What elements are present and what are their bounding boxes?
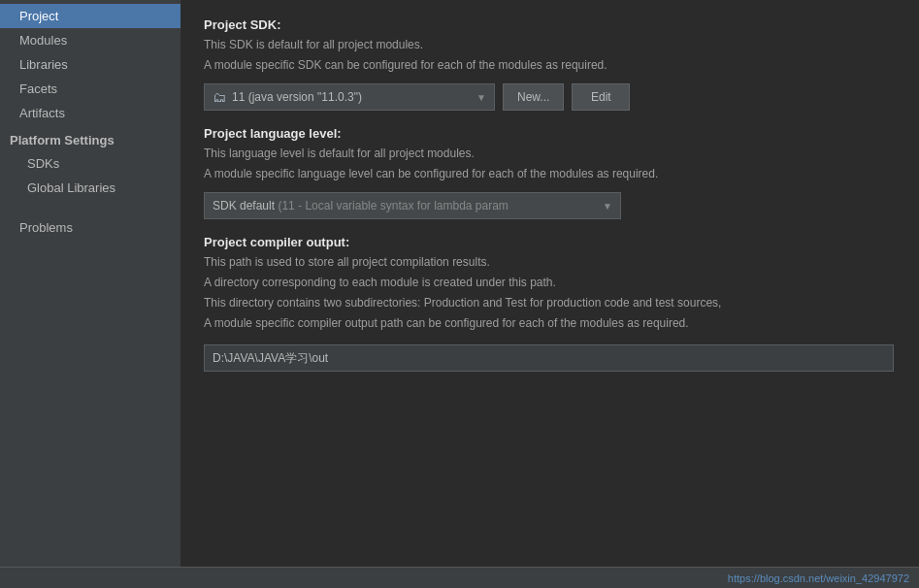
language-desc1: This language level is default for all p… bbox=[204, 145, 896, 162]
compiler-desc3: This directory contains two subdirectori… bbox=[204, 294, 896, 311]
sidebar-item-sdks[interactable]: SDKs bbox=[0, 151, 181, 176]
sdk-title: Project SDK: bbox=[204, 17, 896, 32]
compiler-path-input[interactable] bbox=[204, 344, 894, 372]
sidebar: Project Modules Libraries Facets Artifac… bbox=[0, 0, 181, 567]
language-dropdown[interactable]: SDK default (11 - Local variable syntax … bbox=[204, 192, 621, 219]
sidebar-item-artifacts[interactable]: Artifacts bbox=[0, 101, 181, 125]
compiler-desc1: This path is used to store all project c… bbox=[204, 253, 896, 271]
sidebar-item-modules[interactable]: Modules bbox=[0, 28, 181, 52]
sdk-row: 🗂 11 (java version "11.0.3") ▼ New... Ed… bbox=[204, 83, 896, 111]
language-desc2: A module specific language level can be … bbox=[204, 165, 896, 182]
sdk-dropdown[interactable]: 🗂 11 (java version "11.0.3") ▼ bbox=[204, 83, 495, 111]
sdk-value: 11 (java version "11.0.3") bbox=[232, 90, 362, 104]
new-sdk-button[interactable]: New... bbox=[503, 83, 564, 111]
language-title: Project language level: bbox=[204, 126, 896, 141]
compiler-desc2: A directory corresponding to each module… bbox=[204, 274, 896, 291]
sdk-desc2: A module specific SDK can be configured … bbox=[204, 56, 896, 74]
language-section: Project language level: This language le… bbox=[204, 126, 896, 219]
sidebar-item-project[interactable]: Project bbox=[0, 4, 181, 28]
chevron-down-icon: ▼ bbox=[476, 92, 486, 103]
folder-icon: 🗂 bbox=[213, 89, 226, 105]
sdk-section: Project SDK: This SDK is default for all… bbox=[204, 17, 896, 111]
sdk-desc1: This SDK is default for all project modu… bbox=[204, 36, 896, 53]
sidebar-item-libraries[interactable]: Libraries bbox=[0, 52, 181, 77]
content-area: Project SDK: This SDK is default for all… bbox=[181, 0, 919, 567]
language-dropdown-value: SDK default (11 - Local variable syntax … bbox=[213, 199, 509, 212]
compiler-title: Project compiler output: bbox=[204, 235, 896, 249]
edit-sdk-button[interactable]: Edit bbox=[572, 83, 630, 111]
sidebar-platform-settings-header: Platform Settings bbox=[0, 125, 181, 151]
footer-link[interactable]: https://blog.csdn.net/weixin_42947972 bbox=[728, 572, 909, 584]
sidebar-item-problems[interactable]: Problems bbox=[0, 215, 181, 240]
footer-bar: https://blog.csdn.net/weixin_42947972 bbox=[0, 567, 919, 588]
compiler-section: Project compiler output: This path is us… bbox=[204, 235, 896, 372]
sidebar-item-global-libraries[interactable]: Global Libraries bbox=[0, 176, 181, 200]
compiler-desc4: A module specific compiler output path c… bbox=[204, 314, 896, 332]
sidebar-item-facets[interactable]: Facets bbox=[0, 77, 181, 101]
language-chevron-icon: ▼ bbox=[603, 201, 612, 212]
